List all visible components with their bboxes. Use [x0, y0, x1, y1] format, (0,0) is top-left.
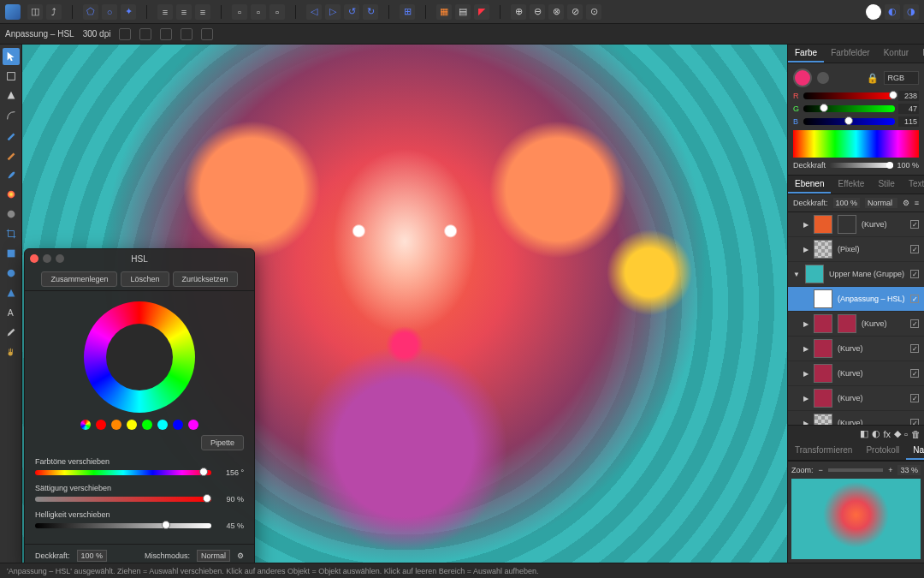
add-layer-icon[interactable]: ▫ — [904, 429, 908, 439]
arrange-fwd-icon[interactable]: ▫ — [251, 4, 266, 20]
visibility-checkbox[interactable]: ✓ — [910, 220, 919, 229]
ctx-opt-3-icon[interactable] — [160, 28, 172, 40]
maximize-icon[interactable] — [56, 254, 64, 263]
boolean-int-icon[interactable]: ⊗ — [548, 4, 564, 20]
r-value[interactable]: 238 — [898, 91, 919, 101]
ctx-opt-4-icon[interactable] — [181, 28, 192, 40]
grid-icon[interactable]: ▦ — [436, 4, 452, 20]
hsl-channel-swatch[interactable] — [188, 420, 198, 430]
panel-menu-icon[interactable]: ≡ — [915, 199, 919, 207]
sat-shift-slider[interactable] — [35, 497, 211, 502]
tab-textstile[interactable]: Textstile — [902, 176, 924, 194]
triangle-tool[interactable] — [3, 284, 20, 301]
chevron-down-icon[interactable]: ▼ — [793, 271, 800, 278]
hand-tool[interactable] — [3, 343, 20, 361]
crop-tool[interactable] — [3, 225, 20, 242]
layer-row[interactable]: ▶(Kurve)✓ — [788, 212, 924, 237]
pipette-button[interactable]: Pipette — [201, 435, 244, 450]
visibility-checkbox[interactable]: ✓ — [910, 245, 919, 253]
align-left-icon[interactable]: ≡ — [157, 4, 173, 20]
mask-icon[interactable]: ◧ — [860, 428, 868, 439]
chevron-right-icon[interactable]: ▶ — [803, 345, 808, 353]
arrange-front-icon[interactable]: ▫ — [270, 4, 285, 20]
opacity-value[interactable]: 100 % — [897, 161, 919, 170]
text-tool[interactable]: A — [3, 304, 20, 321]
share-icon[interactable]: ⤴ — [46, 4, 62, 20]
hsl-channel-swatch[interactable] — [80, 420, 91, 430]
g-value[interactable]: 47 — [898, 104, 919, 114]
zoom-in-icon[interactable]: + — [888, 466, 892, 474]
shape-pentagon-icon[interactable]: ⬠ — [83, 4, 98, 20]
tab-transform[interactable]: Transformieren — [788, 442, 859, 460]
chevron-right-icon[interactable]: ▶ — [803, 246, 808, 253]
boolean-sub-icon[interactable]: ⊖ — [530, 4, 545, 20]
chevron-right-icon[interactable]: ▶ — [803, 221, 808, 229]
sat-shift-value[interactable]: 90 % — [216, 495, 244, 504]
preview-icon[interactable] — [866, 4, 881, 20]
ctx-opt-1-icon[interactable] — [119, 28, 131, 40]
layer-row[interactable]: ▶(Kurve)✓ — [788, 337, 924, 361]
transparency-tool[interactable] — [3, 206, 20, 223]
zoom-out-icon[interactable]: − — [819, 466, 823, 474]
snap-icon[interactable]: ⊞ — [400, 4, 415, 20]
r-slider[interactable] — [803, 92, 895, 99]
hue-shift-value[interactable]: 156 ° — [216, 468, 244, 477]
shape-circle-icon[interactable]: ○ — [102, 4, 117, 20]
hsl-channel-swatch[interactable] — [127, 420, 137, 430]
arrange-back-icon[interactable]: ▫ — [232, 4, 247, 20]
visibility-checkbox[interactable]: ✓ — [910, 295, 919, 303]
tab-kontur[interactable]: Kontur — [877, 45, 915, 63]
corner-tool[interactable] — [3, 107, 20, 124]
layer-row[interactable]: ▶(Kurve)✓ — [788, 361, 924, 386]
lock-icon[interactable]: 🔒 — [867, 73, 879, 84]
boolean-xor-icon[interactable]: ⊘ — [567, 4, 583, 20]
layer-row[interactable]: (Anpassung – HSL)✓ — [788, 287, 924, 312]
hsl-channel-swatch[interactable] — [111, 420, 121, 430]
g-slider[interactable] — [803, 105, 895, 112]
guides-icon[interactable]: ▤ — [455, 4, 471, 20]
hsl-options-icon[interactable]: ⚙ — [237, 551, 244, 560]
zoom-value[interactable]: 33 % — [897, 465, 921, 475]
layer-row[interactable]: ▶(Pixel)✓ — [788, 237, 924, 262]
pencil-tool[interactable] — [3, 146, 20, 164]
hsl-channel-swatch[interactable] — [173, 420, 183, 430]
hsl-channel-swatch[interactable] — [96, 420, 106, 430]
ctx-opt-2-icon[interactable] — [139, 28, 151, 40]
chevron-right-icon[interactable]: ▶ — [803, 370, 808, 378]
move-tool[interactable] — [3, 48, 20, 65]
align-right-icon[interactable]: ≡ — [195, 4, 210, 20]
visibility-checkbox[interactable]: ✓ — [910, 394, 919, 402]
tab-pinsel[interactable]: Pinsel — [915, 45, 924, 63]
node-tool[interactable] — [3, 87, 20, 104]
brush-tool[interactable] — [3, 166, 20, 183]
tab-stile[interactable]: Stile — [871, 176, 901, 194]
color-mode-select[interactable]: RGB — [884, 71, 920, 85]
chevron-right-icon[interactable]: ▶ — [803, 320, 808, 328]
align-center-icon[interactable]: ≡ — [176, 4, 192, 20]
tab-farbfelder[interactable]: Farbfelder — [824, 45, 877, 63]
persona-switch-icon[interactable]: ◫ — [27, 4, 43, 20]
hue-wheel[interactable] — [84, 301, 195, 413]
flip-v-icon[interactable]: ▷ — [325, 4, 341, 20]
visibility-checkbox[interactable]: ✓ — [910, 319, 919, 328]
boolean-div-icon[interactable]: ⊙ — [586, 4, 601, 20]
hsl-channel-swatch[interactable] — [142, 420, 152, 430]
pen-tool[interactable] — [3, 127, 20, 144]
tab-farbe[interactable]: Farbe — [788, 45, 824, 63]
hsl-channel-swatch[interactable] — [157, 420, 168, 430]
help-icon[interactable]: ◑ — [903, 4, 919, 20]
delete-layer-icon[interactable]: 🗑 — [911, 429, 921, 439]
rotate-cw-icon[interactable]: ↻ — [363, 4, 378, 20]
app-switch-icon[interactable]: ◐ — [885, 4, 900, 20]
opacity-slider[interactable] — [829, 163, 893, 168]
stroke-color-well[interactable] — [817, 72, 829, 84]
tag-icon[interactable]: ◆ — [894, 428, 901, 439]
light-shift-value[interactable]: 45 % — [216, 521, 244, 530]
tab-effekte[interactable]: Effekte — [831, 176, 871, 194]
artboard-tool[interactable] — [3, 68, 20, 85]
tab-navigator[interactable]: Navigator — [906, 442, 924, 460]
ellipse-tool[interactable] — [3, 265, 20, 282]
fill-tool[interactable] — [3, 186, 20, 203]
tab-protokoll[interactable]: Protokoll — [859, 442, 906, 460]
layer-row[interactable]: ▶(Kurve)✓ — [788, 312, 924, 337]
